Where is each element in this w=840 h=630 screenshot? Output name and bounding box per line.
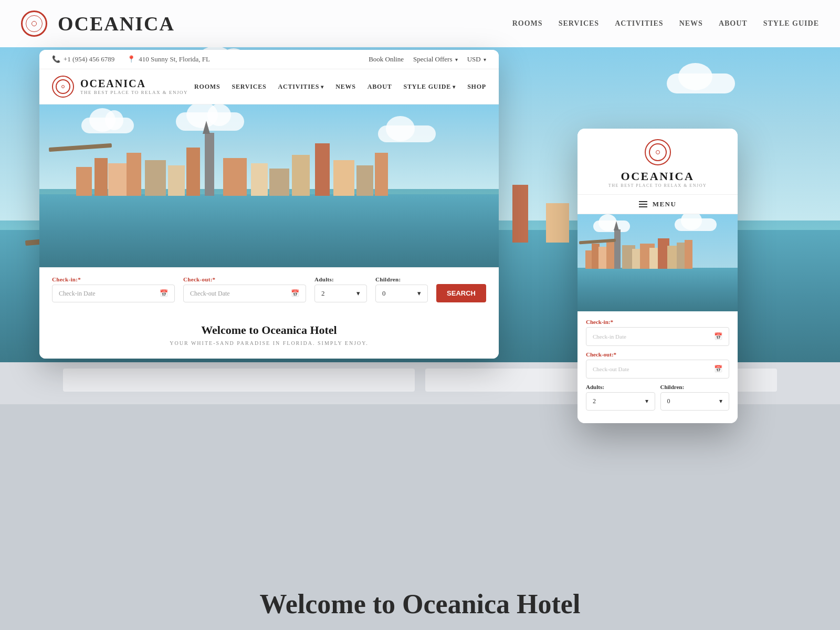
checkin-group: Check-in:* Check-in Date 📅 bbox=[52, 276, 175, 302]
children-label: Children: bbox=[375, 276, 428, 282]
checkin-input[interactable]: Check-in Date 📅 bbox=[52, 285, 175, 302]
checkout-calendar-icon: 📅 bbox=[291, 289, 299, 298]
bg-header: OCEANICA ROOMS SERVICES AcTivITIES NEWS … bbox=[0, 0, 840, 47]
currency-arrow: ▾ bbox=[484, 57, 486, 62]
mobile-brand-name: OCEANICA bbox=[608, 170, 707, 183]
nav-style-guide[interactable]: STYLE GUIDE bbox=[404, 83, 456, 91]
special-offers-arrow: ▾ bbox=[455, 57, 458, 62]
checkout-label: Check-out:* bbox=[183, 276, 306, 282]
nav-activities[interactable]: ACTIVITIES bbox=[278, 83, 324, 91]
checkin-calendar-icon: 📅 bbox=[160, 289, 168, 298]
phone-icon: 📞 bbox=[52, 55, 60, 64]
mobile-children-label: Children: bbox=[660, 384, 730, 390]
bg-nav: ROOMS SERVICES AcTivITIES NEWS ABOUT STY… bbox=[512, 19, 819, 28]
mobile-checkin-group: Check-in:* Check-in Date 📅 bbox=[586, 319, 729, 346]
mobile-brand-tagline: THE BEST PLACE TO RELAX & ENJOY bbox=[608, 183, 707, 188]
special-offers-link[interactable]: Special Offers ▾ bbox=[413, 55, 458, 64]
mobile-card: OCEANICA THE BEST PLACE TO RELAX & ENJOY… bbox=[578, 129, 738, 423]
nav-links: ROOMS SERVICES ACTIVITIES NEWS ABOUT STY… bbox=[194, 83, 486, 91]
search-button[interactable]: SEARCH bbox=[436, 284, 486, 302]
adults-label: Adults: bbox=[314, 276, 367, 282]
mobile-booking-form: Check-in:* Check-in Date 📅 Check-out:* C… bbox=[578, 311, 738, 423]
nav-news[interactable]: NEWS bbox=[335, 83, 356, 91]
checkout-group: Check-out:* Check-out Date 📅 bbox=[183, 276, 306, 302]
mobile-logo-dot bbox=[656, 150, 660, 154]
children-group: Children: 0 ▾ bbox=[375, 276, 428, 302]
bg-nav-about: ABOUT bbox=[719, 19, 748, 28]
bg-nav-activities: AcTivITIES bbox=[615, 19, 663, 28]
brand-tagline: THE BEST PLACE TO RELAX & ENJOY bbox=[80, 90, 188, 95]
topbar-right: Book Online Special Offers ▾ USD ▾ bbox=[369, 55, 486, 64]
bg-nav-style-guide: STYLE GUIDE bbox=[763, 19, 819, 28]
adults-arrow: ▾ bbox=[356, 289, 360, 298]
welcome-subtitle: YOUR WHITE-SAND PARADISE IN FLORIDA. SIM… bbox=[52, 340, 486, 346]
mobile-logo bbox=[645, 139, 671, 165]
checkin-label: Check-in:* bbox=[52, 276, 175, 282]
mobile-children-select[interactable]: 0 ▾ bbox=[660, 392, 730, 411]
hamburger-line-2 bbox=[639, 204, 647, 205]
checkout-input[interactable]: Check-out Date 📅 bbox=[183, 285, 306, 302]
mobile-children-arrow: ▾ bbox=[719, 397, 722, 405]
location-icon: 📍 bbox=[127, 55, 135, 64]
children-select[interactable]: 0 ▾ bbox=[375, 285, 428, 302]
address-text: 410 Sunny St, Florida, FL bbox=[139, 55, 210, 64]
mobile-brand: OCEANICA THE BEST PLACE TO RELAX & ENJOY bbox=[578, 129, 738, 194]
mobile-menu-label: MENU bbox=[653, 200, 677, 208]
hamburger-line-3 bbox=[639, 206, 647, 207]
bg-logo-icon bbox=[21, 10, 47, 37]
topbar: 📞 +1 (954) 456 6789 📍 410 Sunny St, Flor… bbox=[39, 50, 499, 69]
mobile-hero-image bbox=[578, 214, 738, 311]
mobile-checkout-group: Check-out:* Check-out Date 📅 bbox=[586, 351, 729, 379]
mobile-buildings bbox=[578, 214, 738, 269]
adults-group: Adults: 2 ▾ bbox=[314, 276, 367, 302]
brand-logo bbox=[52, 76, 74, 98]
mobile-checkin-label: Check-in:* bbox=[586, 319, 729, 325]
main-nav: OCEANICA THE BEST PLACE TO RELAX & ENJOY… bbox=[39, 69, 499, 104]
nav-services[interactable]: SERVICES bbox=[232, 83, 266, 91]
bg-nav-rooms: ROOMS bbox=[512, 19, 543, 28]
bottom-welcome-section: Welcome to Oceanica Hotel bbox=[0, 589, 840, 620]
currency-selector[interactable]: USD ▾ bbox=[467, 55, 486, 64]
mobile-checkout-icon: 📅 bbox=[714, 365, 722, 373]
nav-about[interactable]: ABOUT bbox=[368, 83, 392, 91]
mobile-adults-label: Adults: bbox=[586, 384, 655, 390]
mobile-adults-select[interactable]: 2 ▾ bbox=[586, 392, 655, 411]
brand-name: OCEANICA bbox=[80, 78, 188, 89]
topbar-address: 📍 410 Sunny St, Florida, FL bbox=[127, 55, 210, 64]
welcome-title: Welcome to Oceanica Hotel bbox=[52, 323, 486, 337]
cloud-3 bbox=[667, 74, 735, 93]
bg-nav-services: SERVICES bbox=[559, 19, 600, 28]
mobile-children-group: Children: 0 ▾ bbox=[660, 384, 730, 411]
mobile-checkin-icon: 📅 bbox=[714, 332, 722, 341]
book-online-link[interactable]: Book Online bbox=[369, 55, 404, 64]
bg-brand-name: OCEANICA bbox=[58, 12, 175, 35]
hamburger-icon bbox=[639, 201, 647, 207]
mobile-menu-bar[interactable]: MENU bbox=[578, 194, 738, 214]
hero-buildings bbox=[39, 104, 499, 196]
children-arrow: ▾ bbox=[417, 289, 421, 298]
bg-nav-news: NEWS bbox=[679, 19, 703, 28]
mobile-guests-row: Adults: 2 ▾ Children: 0 ▾ bbox=[586, 384, 729, 416]
bottom-welcome-title: Welcome to Oceanica Hotel bbox=[0, 589, 840, 620]
mobile-checkout-input[interactable]: Check-out Date 📅 bbox=[586, 360, 729, 379]
hero-water bbox=[39, 194, 499, 268]
topbar-phone: 📞 +1 (954) 456 6789 bbox=[52, 55, 114, 64]
brand-text: OCEANICA THE BEST PLACE TO RELAX & ENJOY bbox=[80, 78, 188, 95]
mobile-brand-text: OCEANICA THE BEST PLACE TO RELAX & ENJOY bbox=[608, 170, 707, 188]
mobile-adults-arrow: ▾ bbox=[645, 397, 648, 405]
mobile-adults-group: Adults: 2 ▾ bbox=[586, 384, 655, 411]
welcome-section: Welcome to Oceanica Hotel YOUR WHITE-SAN… bbox=[39, 311, 499, 359]
hamburger-line-1 bbox=[639, 201, 647, 202]
mobile-checkin-input[interactable]: Check-in Date 📅 bbox=[586, 327, 729, 346]
brand: OCEANICA THE BEST PLACE TO RELAX & ENJOY bbox=[52, 76, 188, 98]
brand-logo-inner bbox=[56, 79, 70, 94]
adults-select[interactable]: 2 ▾ bbox=[314, 285, 367, 302]
mobile-logo-inner bbox=[649, 143, 667, 161]
nav-rooms[interactable]: ROOMS bbox=[194, 83, 220, 91]
mobile-water bbox=[578, 268, 738, 311]
nav-shop[interactable]: SHOP bbox=[467, 83, 486, 91]
brand-logo-dot bbox=[61, 85, 65, 88]
phone-number: +1 (954) 456 6789 bbox=[64, 55, 114, 64]
hero-image bbox=[39, 104, 499, 267]
desktop-card: 📞 +1 (954) 456 6789 📍 410 Sunny St, Flor… bbox=[39, 50, 499, 359]
